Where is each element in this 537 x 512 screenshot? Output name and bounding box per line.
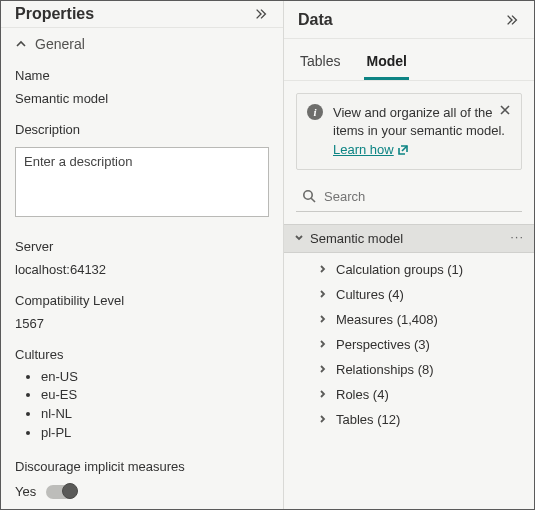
- tree-item-relationships[interactable]: Relationships (8): [296, 357, 534, 382]
- server-label: Server: [15, 239, 269, 254]
- discourage-value: Yes: [15, 484, 36, 499]
- chevron-right-icon: [318, 314, 328, 324]
- list-item: en-US: [41, 368, 269, 387]
- tree-item-label: Tables (12): [336, 412, 400, 427]
- discourage-label: Discourage implicit measures: [15, 459, 269, 474]
- data-title: Data: [298, 11, 333, 29]
- collapse-data-icon[interactable]: [504, 12, 520, 28]
- chevron-up-icon: [15, 38, 27, 50]
- compat-value: 1567: [15, 316, 269, 331]
- general-section-title: General: [35, 36, 85, 52]
- search-icon: [302, 189, 316, 203]
- tree-item-tables[interactable]: Tables (12): [296, 407, 534, 432]
- tree-item-roles[interactable]: Roles (4): [296, 382, 534, 407]
- tree-item-calc-groups[interactable]: Calculation groups (1): [296, 257, 534, 282]
- data-tabs: Tables Model: [284, 39, 534, 81]
- discourage-toggle-row: Yes: [15, 484, 269, 499]
- description-label: Description: [15, 122, 269, 137]
- more-icon[interactable]: ···: [510, 229, 524, 244]
- tree-item-cultures[interactable]: Cultures (4): [296, 282, 534, 307]
- tree-item-perspectives[interactable]: Perspectives (3): [296, 332, 534, 357]
- chevron-right-icon: [318, 414, 328, 424]
- name-label: Name: [15, 68, 269, 83]
- chevron-right-icon: [318, 264, 328, 274]
- list-item: pl-PL: [41, 424, 269, 443]
- name-value: Semantic model: [15, 91, 269, 106]
- tree-item-label: Roles (4): [336, 387, 389, 402]
- search-row: [296, 182, 522, 212]
- external-link-icon: [398, 145, 408, 155]
- cultures-list: en-US eu-ES nl-NL pl-PL: [15, 368, 269, 443]
- chevron-down-icon: [294, 233, 304, 243]
- search-input[interactable]: [296, 182, 522, 212]
- general-fields: Name Semantic model Description Server l…: [1, 62, 283, 509]
- chevron-right-icon: [318, 364, 328, 374]
- tab-model[interactable]: Model: [364, 49, 408, 80]
- close-icon[interactable]: [497, 102, 513, 118]
- collapse-properties-icon[interactable]: [253, 6, 269, 22]
- tree-children: Calculation groups (1) Cultures (4) Meas…: [284, 253, 534, 436]
- list-item: eu-ES: [41, 386, 269, 405]
- general-section-header[interactable]: General: [1, 28, 283, 62]
- tree-root-label: Semantic model: [310, 231, 403, 246]
- chevron-right-icon: [318, 389, 328, 399]
- svg-point-0: [304, 190, 312, 198]
- tree-item-label: Measures (1,408): [336, 312, 438, 327]
- properties-header: Properties: [1, 1, 283, 28]
- discourage-toggle[interactable]: [46, 485, 76, 499]
- data-panel: Data Tables Model i View and organize al…: [284, 1, 534, 509]
- list-item: nl-NL: [41, 405, 269, 424]
- cultures-label: Cultures: [15, 347, 269, 362]
- app-root: Properties General Name Semantic model D…: [0, 0, 535, 510]
- chevron-right-icon: [318, 289, 328, 299]
- tab-tables[interactable]: Tables: [298, 49, 342, 80]
- info-text: View and organize all of the items in yo…: [333, 105, 505, 138]
- tree-item-label: Calculation groups (1): [336, 262, 463, 277]
- data-header: Data: [284, 1, 534, 39]
- tree-item-measures[interactable]: Measures (1,408): [296, 307, 534, 332]
- learn-how-link[interactable]: Learn how: [333, 141, 408, 159]
- tree-root[interactable]: Semantic model ···: [284, 224, 534, 253]
- info-banner: i View and organize all of the items in …: [296, 93, 522, 170]
- model-tree: Semantic model ··· Calculation groups (1…: [284, 224, 534, 436]
- tree-item-label: Cultures (4): [336, 287, 404, 302]
- compat-label: Compatibility Level: [15, 293, 269, 308]
- server-value: localhost:64132: [15, 262, 269, 277]
- tree-item-label: Perspectives (3): [336, 337, 430, 352]
- info-icon: i: [307, 104, 323, 120]
- info-link-text: Learn how: [333, 141, 394, 159]
- chevron-right-icon: [318, 339, 328, 349]
- description-input[interactable]: [15, 147, 269, 217]
- properties-title: Properties: [15, 5, 94, 23]
- properties-panel: Properties General Name Semantic model D…: [1, 1, 284, 509]
- tree-item-label: Relationships (8): [336, 362, 434, 377]
